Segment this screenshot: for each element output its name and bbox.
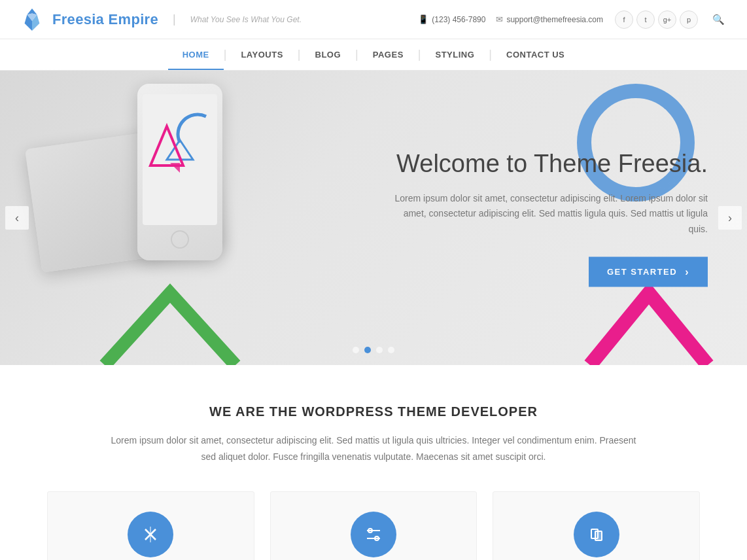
facebook-button[interactable]: f: [615, 10, 633, 29]
feature-cards: [20, 491, 727, 560]
phone-icon: 📱: [418, 14, 428, 24]
about-description: Lorem ipsum dolor sit amet, consectetur …: [105, 432, 642, 465]
green-chevron: [98, 280, 242, 365]
googleplus-button[interactable]: g+: [658, 10, 676, 29]
email-info: ✉ support@themefreesia.com: [496, 14, 603, 24]
cta-label: GET STARTED: [607, 267, 677, 277]
logo-icon: [20, 7, 44, 32]
slider-next-button[interactable]: ›: [718, 206, 742, 230]
phone-number: (123) 456-7890: [432, 15, 485, 24]
feature-icon-2: [351, 512, 396, 557]
email-address: support@themefreesia.com: [506, 15, 603, 24]
pinterest-button[interactable]: p: [680, 10, 698, 29]
main-nav: HOME | LAYOUTS | BLOG | PAGES | STYLING …: [0, 39, 747, 71]
logo-separator: |: [173, 12, 176, 26]
pencil-cross-icon: [140, 524, 161, 545]
feature-icon-1: [128, 512, 173, 557]
about-title: WE ARE THE WORDPRESS THEME DEVELOPER: [20, 404, 727, 419]
feature-card-3: [493, 491, 700, 560]
nav-home[interactable]: HOME: [168, 39, 224, 70]
nav-styling[interactable]: STYLING: [421, 39, 489, 70]
brand-tagline: What You See Is What You Get.: [190, 15, 302, 24]
nav-layouts[interactable]: LAYOUTS: [226, 39, 297, 70]
slider-content: Welcome to Theme Freesia. Lorem ipsum do…: [394, 149, 708, 287]
sliders-icon: [363, 524, 384, 545]
contact-info: 📱 (123) 456-7890 ✉ support@themefreesia.…: [418, 14, 603, 24]
email-icon: ✉: [496, 14, 503, 24]
feature-card-1: [47, 491, 254, 560]
slider-prev-button[interactable]: ‹: [5, 206, 29, 230]
feature-icon-3: [574, 512, 619, 557]
top-bar: Freesia Empire | What You See Is What Yo…: [0, 0, 747, 39]
slider-dots: [353, 347, 394, 353]
phone-info: 📱 (123) 456-7890: [418, 14, 485, 24]
nav-blog[interactable]: BLOG: [301, 39, 356, 70]
hero-description: Lorem ipsum dolor sit amet, consectetur …: [394, 190, 708, 237]
social-icons: f t g+ p: [615, 10, 698, 29]
slider-dot-2[interactable]: [364, 347, 371, 353]
logo-area: Freesia Empire | What You See Is What Yo…: [20, 7, 302, 32]
brand-name: Freesia Empire: [52, 11, 158, 28]
nav-contact[interactable]: CONTACT US: [492, 39, 579, 70]
chevron-right-icon: ›: [685, 266, 689, 277]
slider-dot-3[interactable]: [376, 347, 383, 353]
feature-card-2: [270, 491, 478, 560]
layers-icon: [586, 524, 607, 545]
slider-dot-1[interactable]: [353, 347, 359, 353]
svg-rect-15: [595, 531, 602, 540]
search-button[interactable]: 🔍: [710, 11, 727, 28]
slider-dot-4[interactable]: [388, 347, 394, 353]
twitter-button[interactable]: t: [636, 10, 655, 29]
nav-pages[interactable]: PAGES: [358, 39, 418, 70]
phone-home-button: [171, 230, 189, 249]
hero-slider: Welcome to Theme Freesia. Lorem ipsum do…: [0, 71, 747, 365]
blue-arc: [173, 110, 213, 149]
get-started-button[interactable]: GET STARTED ›: [589, 256, 708, 287]
hero-title: Welcome to Theme Freesia.: [394, 149, 708, 179]
top-bar-right: 📱 (123) 456-7890 ✉ support@themefreesia.…: [418, 10, 727, 29]
about-section: WE ARE THE WORDPRESS THEME DEVELOPER Lor…: [0, 365, 747, 560]
